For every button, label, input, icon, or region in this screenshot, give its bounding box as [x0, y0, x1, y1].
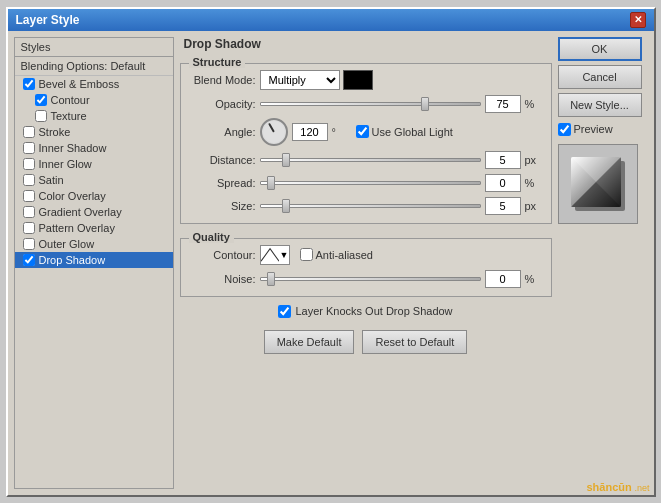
sidebar-item-bevel-emboss[interactable]: Bevel & Emboss: [15, 76, 173, 92]
opacity-slider[interactable]: [260, 97, 481, 111]
angle-dial[interactable]: [260, 118, 288, 146]
preview-box: [558, 144, 638, 224]
new-style-button[interactable]: New Style...: [558, 93, 642, 117]
noise-unit: %: [525, 273, 541, 285]
ok-button[interactable]: OK: [558, 37, 642, 61]
sidebar-item-stroke[interactable]: Stroke: [15, 124, 173, 140]
distance-label: Distance:: [191, 154, 256, 166]
cancel-button[interactable]: Cancel: [558, 65, 642, 89]
reset-default-button[interactable]: Reset to Default: [362, 330, 467, 354]
inner-shadow-label[interactable]: Inner Shadow: [39, 142, 107, 154]
outer-glow-checkbox[interactable]: [23, 238, 35, 250]
dialog-title: Layer Style: [16, 13, 80, 27]
angle-label: Angle:: [191, 126, 256, 138]
satin-label[interactable]: Satin: [39, 174, 64, 186]
left-panel: Styles Blending Options: Default Bevel &…: [14, 37, 174, 489]
global-light-checkbox[interactable]: [356, 125, 369, 138]
drop-shadow-label[interactable]: Drop Shadow: [39, 254, 106, 266]
sidebar-item-inner-glow[interactable]: Inner Glow: [15, 156, 173, 172]
stroke-checkbox[interactable]: [23, 126, 35, 138]
distance-slider[interactable]: [260, 153, 481, 167]
blending-options-header[interactable]: Blending Options: Default: [15, 57, 173, 76]
gradient-overlay-checkbox[interactable]: [23, 206, 35, 218]
sidebar-item-drop-shadow[interactable]: Drop Shadow: [15, 252, 173, 268]
spread-row: Spread: %: [191, 174, 541, 192]
preview-label-row: Preview: [558, 123, 648, 136]
layer-style-dialog: Layer Style ✕ Styles Blending Options: D…: [6, 7, 656, 497]
distance-input[interactable]: [485, 151, 521, 169]
size-slider[interactable]: [260, 199, 481, 213]
noise-row: Noise: %: [191, 270, 541, 288]
noise-thumb[interactable]: [267, 272, 275, 286]
noise-track: [260, 277, 481, 281]
quality-section: Quality Contour: ▼ Anti-aliased: [180, 238, 552, 297]
close-button[interactable]: ✕: [630, 12, 646, 28]
opacity-thumb[interactable]: [421, 97, 429, 111]
sidebar-item-inner-shadow[interactable]: Inner Shadow: [15, 140, 173, 156]
contour-label[interactable]: Contour: [51, 94, 90, 106]
spread-thumb[interactable]: [267, 176, 275, 190]
outer-glow-label[interactable]: Outer Glow: [39, 238, 95, 250]
inner-shadow-checkbox[interactable]: [23, 142, 35, 154]
gradient-overlay-label[interactable]: Gradient Overlay: [39, 206, 122, 218]
sidebar-item-outer-glow[interactable]: Outer Glow: [15, 236, 173, 252]
anti-alias-checkbox[interactable]: [300, 248, 313, 261]
preview-checkbox[interactable]: [558, 123, 571, 136]
sidebar-item-pattern-overlay[interactable]: Pattern Overlay: [15, 220, 173, 236]
sidebar-item-contour[interactable]: Contour: [15, 92, 173, 108]
distance-thumb[interactable]: [282, 153, 290, 167]
color-overlay-label[interactable]: Color Overlay: [39, 190, 106, 202]
color-swatch[interactable]: [343, 70, 373, 90]
structure-section: Structure Blend Mode: Multiply Normal Sc…: [180, 63, 552, 224]
global-light-label: Use Global Light: [372, 126, 453, 138]
distance-unit: px: [525, 154, 541, 166]
blend-mode-select[interactable]: Multiply Normal Screen Overlay: [260, 70, 340, 90]
texture-label[interactable]: Texture: [51, 110, 87, 122]
contour-preview[interactable]: ▼: [260, 245, 290, 265]
pattern-overlay-label[interactable]: Pattern Overlay: [39, 222, 115, 234]
layer-knocks-out-checkbox[interactable]: [278, 305, 291, 318]
sidebar-item-texture[interactable]: Texture: [15, 108, 173, 124]
angle-row: Angle: ° Use Global Light: [191, 118, 541, 146]
structure-title: Structure: [189, 56, 246, 68]
global-light-container: Use Global Light: [356, 125, 453, 138]
opacity-row: Opacity: %: [191, 95, 541, 113]
sidebar-item-satin[interactable]: Satin: [15, 172, 173, 188]
middle-panel: Drop Shadow Structure Blend Mode: Multip…: [180, 37, 552, 489]
inner-glow-checkbox[interactable]: [23, 158, 35, 170]
size-unit: px: [525, 200, 541, 212]
stroke-label[interactable]: Stroke: [39, 126, 71, 138]
size-input[interactable]: [485, 197, 521, 215]
sidebar-item-color-overlay[interactable]: Color Overlay: [15, 188, 173, 204]
noise-label: Noise:: [191, 273, 256, 285]
watermark: shāncūn .net: [586, 481, 649, 493]
angle-input[interactable]: [292, 123, 328, 141]
inner-glow-label[interactable]: Inner Glow: [39, 158, 92, 170]
color-overlay-checkbox[interactable]: [23, 190, 35, 202]
blend-mode-container: Multiply Normal Screen Overlay: [260, 70, 373, 90]
spread-track: [260, 181, 481, 185]
spread-input[interactable]: [485, 174, 521, 192]
sidebar-item-gradient-overlay[interactable]: Gradient Overlay: [15, 204, 173, 220]
spread-label: Spread:: [191, 177, 256, 189]
noise-slider[interactable]: [260, 272, 481, 286]
size-track: [260, 204, 481, 208]
drop-shadow-checkbox[interactable]: [23, 254, 35, 266]
bevel-emboss-label[interactable]: Bevel & Emboss: [39, 78, 120, 90]
pattern-overlay-checkbox[interactable]: [23, 222, 35, 234]
satin-checkbox[interactable]: [23, 174, 35, 186]
spread-slider[interactable]: [260, 176, 481, 190]
dialog-body: Styles Blending Options: Default Bevel &…: [8, 31, 654, 495]
opacity-input[interactable]: [485, 95, 521, 113]
size-thumb[interactable]: [282, 199, 290, 213]
texture-checkbox[interactable]: [35, 110, 47, 122]
contour-checkbox[interactable]: [35, 94, 47, 106]
contour-label: Contour:: [191, 249, 256, 261]
styles-header: Styles: [15, 38, 173, 57]
bevel-emboss-checkbox[interactable]: [23, 78, 35, 90]
noise-input[interactable]: [485, 270, 521, 288]
distance-track: [260, 158, 481, 162]
size-row: Size: px: [191, 197, 541, 215]
make-default-button[interactable]: Make Default: [264, 330, 355, 354]
distance-row: Distance: px: [191, 151, 541, 169]
